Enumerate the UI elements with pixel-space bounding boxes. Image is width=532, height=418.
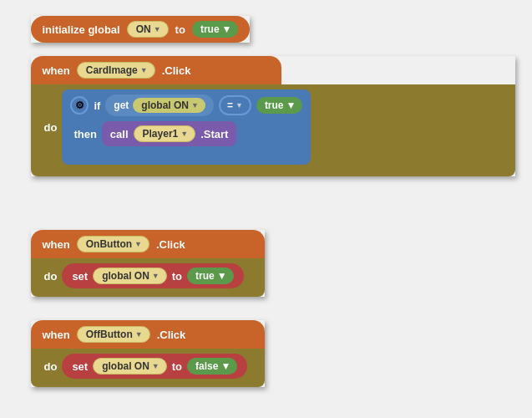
variable-on-dropdown[interactable]: ON ▼	[127, 21, 169, 38]
player1-dropdown[interactable]: Player1 ▼	[134, 125, 196, 142]
do-label-1: do	[38, 121, 58, 134]
global-on-dropdown-3[interactable]: global ON ▼	[93, 358, 167, 375]
dropdown-arrow-icon: ▼	[180, 130, 188, 138]
false-value-set-dropdown[interactable]: false ▼	[187, 358, 237, 375]
when-label-2: when	[43, 238, 70, 251]
click-label-2: .Click	[156, 238, 185, 251]
click-label-3: .Click	[157, 329, 186, 341]
to-label-2: to	[172, 270, 182, 283]
true-value-dropdown-if[interactable]: true ▼	[256, 97, 303, 114]
do-label-2: do	[38, 270, 58, 283]
set-global-on-true: set global ON ▼ to true ▼	[62, 263, 243, 288]
start-label: .Start	[200, 128, 228, 140]
when-label-3: when	[43, 329, 70, 341]
cardimage-click-block: when CardImage ▼ .Click do ⚙ if	[31, 56, 515, 176]
if-label: if	[94, 99, 100, 112]
to-label: to	[175, 23, 185, 36]
dropdown-arrow-icon: ▼	[222, 23, 232, 35]
then-label: then	[73, 128, 96, 140]
global-on-dropdown[interactable]: global ON ▼	[133, 98, 205, 113]
dropdown-arrow-icon: ▼	[286, 99, 296, 111]
dropdown-arrow-icon: ▼	[220, 360, 231, 372]
offbutton-click-block: when OffButton ▼ .Click do set global ON…	[31, 320, 265, 387]
call-player1-start: call Player1 ▼ .Start	[102, 121, 237, 146]
true-value-set-dropdown[interactable]: true ▼	[187, 268, 234, 284]
dropdown-arrow-icon: ▼	[236, 101, 243, 110]
call-label: call	[110, 128, 129, 140]
dropdown-arrow-icon: ▼	[217, 270, 227, 282]
set-label-1: set	[72, 270, 88, 283]
when-label-1: when	[43, 64, 70, 77]
initialize-block: initialize global ON ▼ to true ▼	[31, 16, 251, 43]
onbutton-click-block: when OnButton ▼ .Click do set global ON …	[31, 230, 265, 297]
to-label-3: to	[172, 360, 182, 373]
initialize-label: initialize global	[43, 23, 120, 36]
set-label-2: set	[72, 360, 88, 373]
dropdown-arrow-icon: ▼	[140, 66, 148, 74]
dropdown-arrow-icon: ▼	[135, 330, 143, 339]
dropdown-arrow-icon: ▼	[154, 25, 161, 33]
gear-icon[interactable]: ⚙	[70, 96, 89, 115]
get-label: get	[114, 99, 129, 111]
do-label-3: do	[38, 360, 58, 373]
dropdown-arrow-icon: ▼	[152, 272, 160, 280]
set-global-on-false: set global ON ▼ to false ▼	[62, 354, 247, 379]
offbutton-dropdown[interactable]: OffButton ▼	[77, 326, 150, 343]
global-on-dropdown-2[interactable]: global ON ▼	[93, 268, 167, 284]
true-value-dropdown[interactable]: true ▼	[192, 21, 239, 38]
cardimage-dropdown[interactable]: CardImage ▼	[77, 62, 155, 79]
dropdown-arrow-icon: ▼	[191, 101, 199, 110]
dropdown-arrow-icon: ▼	[152, 362, 160, 370]
get-global-on: get global ON ▼	[105, 94, 214, 116]
dropdown-arrow-icon: ▼	[134, 240, 142, 248]
onbutton-dropdown[interactable]: OnButton ▼	[77, 236, 149, 252]
equals-block: = ▼	[219, 95, 251, 115]
click-label-1: .Click	[162, 64, 191, 77]
